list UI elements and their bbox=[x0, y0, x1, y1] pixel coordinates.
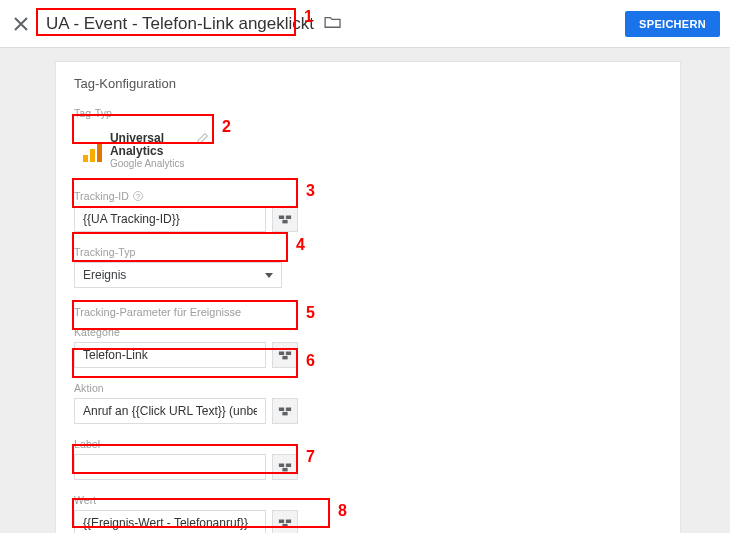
value-input[interactable] bbox=[74, 510, 266, 533]
tag-type-label: Tag-Typ bbox=[74, 107, 662, 119]
tag-type-sub: Google Analytics bbox=[110, 158, 205, 169]
category-label: Kategorie bbox=[74, 326, 662, 338]
brick-icon bbox=[278, 404, 292, 418]
svg-rect-2 bbox=[282, 220, 287, 224]
tag-name-input[interactable]: UA - Event - Telefon-Link angeklickt bbox=[40, 11, 320, 37]
tag-config-panel: Tag-Konfiguration Tag-Typ Universal Anal… bbox=[56, 62, 680, 533]
tracking-type-label: Tracking-Typ bbox=[74, 246, 662, 258]
svg-rect-11 bbox=[282, 468, 287, 472]
variable-picker-button[interactable] bbox=[272, 398, 298, 424]
value-label: Wert bbox=[74, 494, 662, 506]
brick-icon bbox=[278, 460, 292, 474]
save-button[interactable]: SPEICHERN bbox=[625, 11, 720, 37]
editor-stage: Tag-Konfiguration Tag-Typ Universal Anal… bbox=[0, 48, 730, 533]
action-label: Aktion bbox=[74, 382, 662, 394]
event-params-heading: Tracking-Parameter für Ereignisse bbox=[74, 306, 662, 318]
svg-rect-10 bbox=[286, 464, 291, 468]
ga-logo-icon bbox=[83, 140, 102, 162]
variable-picker-button[interactable] bbox=[272, 342, 298, 368]
label-input[interactable] bbox=[74, 454, 266, 480]
tracking-id-input[interactable] bbox=[74, 206, 266, 232]
svg-rect-7 bbox=[286, 408, 291, 412]
svg-rect-14 bbox=[282, 524, 287, 528]
svg-rect-9 bbox=[279, 464, 284, 468]
edit-tag-type-icon[interactable] bbox=[196, 132, 209, 148]
action-input[interactable] bbox=[74, 398, 266, 424]
brick-icon bbox=[278, 516, 292, 530]
top-bar: UA - Event - Telefon-Link angeklickt SPE… bbox=[0, 0, 730, 48]
chevron-down-icon bbox=[265, 273, 273, 278]
svg-rect-12 bbox=[279, 520, 284, 524]
tag-type-card[interactable]: Universal Analytics Google Analytics bbox=[74, 125, 214, 176]
tracking-type-value: Ereignis bbox=[83, 268, 126, 282]
title-group: UA - Event - Telefon-Link angeklickt bbox=[40, 11, 342, 37]
tracking-type-select[interactable]: Ereignis bbox=[74, 262, 282, 288]
svg-rect-13 bbox=[286, 520, 291, 524]
close-icon bbox=[13, 16, 29, 32]
panel-title: Tag-Konfiguration bbox=[74, 76, 662, 91]
variable-picker-button[interactable] bbox=[272, 510, 298, 533]
svg-rect-8 bbox=[282, 412, 287, 416]
brick-icon bbox=[278, 212, 292, 226]
tag-type-name: Universal Analytics bbox=[110, 132, 205, 158]
svg-rect-1 bbox=[286, 216, 291, 220]
variable-picker-button[interactable] bbox=[272, 454, 298, 480]
svg-rect-6 bbox=[279, 408, 284, 412]
folder-icon[interactable] bbox=[324, 15, 342, 33]
variable-picker-button[interactable] bbox=[272, 206, 298, 232]
tracking-id-label: Tracking-ID? bbox=[74, 190, 662, 202]
category-input[interactable] bbox=[74, 342, 266, 368]
label-label: Label bbox=[74, 438, 662, 450]
svg-rect-4 bbox=[286, 352, 291, 356]
close-button[interactable] bbox=[6, 9, 36, 39]
svg-rect-0 bbox=[279, 216, 284, 220]
brick-icon bbox=[278, 348, 292, 362]
svg-rect-5 bbox=[282, 356, 287, 360]
help-icon[interactable]: ? bbox=[133, 191, 143, 201]
svg-rect-3 bbox=[279, 352, 284, 356]
